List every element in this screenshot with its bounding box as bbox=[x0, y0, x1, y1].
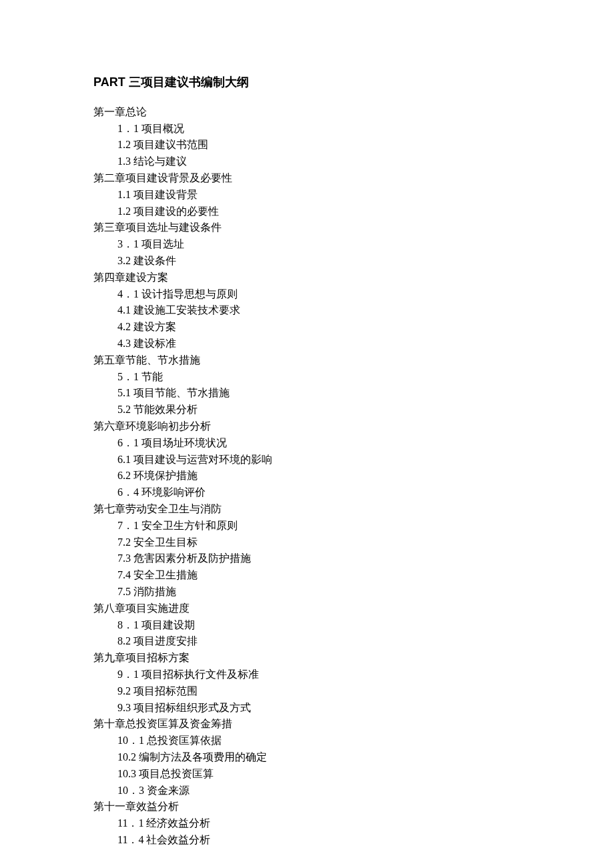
outline-item: 6.2 环境保护措施 bbox=[93, 468, 521, 484]
outline-item: 9.2 项目招标范围 bbox=[93, 683, 521, 700]
outline-item: 6．4 环境影响评价 bbox=[93, 484, 521, 501]
outline-item: 5．1 节能 bbox=[93, 369, 521, 386]
outline-item: 5.1 项目节能、节水措施 bbox=[93, 385, 521, 402]
outline-item: 6.1 项目建设与运营对环境的影响 bbox=[93, 452, 521, 468]
outline-item: 6．1 项目场址环境状况 bbox=[93, 435, 521, 452]
outline-item: 10.2 编制方法及各项费用的确定 bbox=[93, 749, 521, 766]
outline-item: 7.4 安全卫生措施 bbox=[93, 567, 521, 584]
outline-item: 4.1 建设施工安装技术要求 bbox=[93, 302, 521, 319]
chapter-heading: 第三章项目选址与建设条件 bbox=[93, 220, 521, 236]
outline-item: 1.2 项目建设的必要性 bbox=[93, 203, 521, 220]
outline-item: 3.2 建设条件 bbox=[93, 253, 521, 270]
chapter-heading: 第八章项目实施进度 bbox=[93, 600, 521, 617]
outline-item: 11．4 社会效益分析 bbox=[93, 832, 521, 849]
outline-item: 9.3 项目招标组织形式及方式 bbox=[93, 700, 521, 717]
outline-item: 9．1 项目招标执行文件及标准 bbox=[93, 667, 521, 683]
outline-item: 3．1 项目选址 bbox=[93, 236, 521, 253]
chapter-heading: 第十章总投资匡算及资金筹措 bbox=[93, 716, 521, 733]
outline-item: 1.2 项目建议书范围 bbox=[93, 137, 521, 153]
outline-item: 11．1 经济效益分析 bbox=[93, 815, 521, 832]
chapter-heading: 第九章项目招标方案 bbox=[93, 650, 521, 667]
chapter-heading: 第六章环境影响初步分析 bbox=[93, 418, 521, 435]
chapter-heading: 第四章建设方案 bbox=[93, 270, 521, 286]
outline-item: 8．1 项目建设期 bbox=[93, 617, 521, 634]
outline-body: 第一章总论 1．1 项目概况 1.2 项目建议书范围 1.3 结论与建议 第二章… bbox=[93, 104, 521, 849]
chapter-heading: 第一章总论 bbox=[93, 104, 521, 121]
outline-item: 10.3 项目总投资匡算 bbox=[93, 766, 521, 783]
doc-title: PART 三项目建议书编制大纲 bbox=[93, 73, 521, 92]
outline-item: 7.3 危害因素分析及防护措施 bbox=[93, 550, 521, 567]
document-page: PART 三项目建议书编制大纲 第一章总论 1．1 项目概况 1.2 项目建议书… bbox=[0, 0, 614, 868]
chapter-heading: 第七章劳动安全卫生与消防 bbox=[93, 501, 521, 518]
outline-item: 1.3 结论与建议 bbox=[93, 153, 521, 170]
outline-item: 8.2 项目进度安排 bbox=[93, 633, 521, 650]
outline-item: 10．3 资金来源 bbox=[93, 783, 521, 799]
outline-item: 7.5 消防措施 bbox=[93, 584, 521, 600]
outline-item: 7.2 安全卫生目标 bbox=[93, 534, 521, 551]
outline-item: 7．1 安全卫生方针和原则 bbox=[93, 518, 521, 534]
outline-item: 5.2 节能效果分析 bbox=[93, 402, 521, 418]
outline-item: 1．1 项目概况 bbox=[93, 121, 521, 137]
chapter-heading: 第二章项目建设背景及必要性 bbox=[93, 170, 521, 187]
outline-item: 1.1 项目建设背景 bbox=[93, 187, 521, 203]
chapter-heading: 第十一章效益分析 bbox=[93, 799, 521, 815]
outline-item: 4.3 建设标准 bbox=[93, 336, 521, 352]
outline-item: 4．1 设计指导思想与原则 bbox=[93, 286, 521, 303]
chapter-heading: 第五章节能、节水措施 bbox=[93, 352, 521, 369]
outline-item: 4.2 建设方案 bbox=[93, 319, 521, 336]
outline-item: 10．1 总投资匡算依据 bbox=[93, 733, 521, 749]
